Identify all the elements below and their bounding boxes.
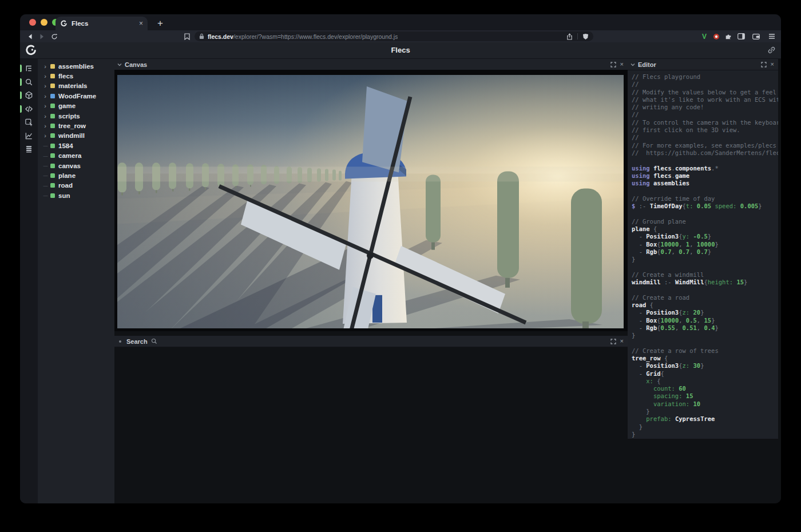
browser-tab[interactable]: Flecs × (55, 17, 148, 30)
tree-item-camera[interactable]: —camera (38, 151, 114, 161)
reload-icon[interactable] (50, 30, 59, 42)
collapsed-indicator-icon[interactable] (119, 340, 121, 343)
active-indicator (20, 92, 22, 99)
leaf-dash-icon: — (42, 153, 48, 158)
tree-item-1584[interactable]: —1584 (38, 141, 114, 150)
leaf-dash-icon: — (42, 173, 48, 178)
tree-item-scripts[interactable]: ›scripts (38, 111, 114, 121)
entity-color-swatch (50, 124, 55, 128)
entity-color-swatch (50, 64, 55, 69)
sidebar-toggle-icon[interactable] (736, 30, 746, 42)
window-close-button[interactable] (29, 19, 36, 26)
extension-v-icon[interactable]: V (700, 30, 709, 42)
bookmark-icon[interactable] (183, 30, 192, 42)
code-area[interactable]: // Flecs playground//// Modify the value… (628, 70, 778, 439)
tree-item-game[interactable]: ›game (38, 101, 114, 111)
editor-panel: Editor × // Flecs playground//// Modify … (628, 59, 778, 439)
chevron-right-icon[interactable]: › (42, 63, 48, 70)
leaf-dash-icon: — (42, 193, 48, 198)
lock-icon (199, 33, 204, 39)
search-icon (151, 338, 157, 344)
canvas-panel-title: Canvas (125, 61, 610, 68)
chevron-right-icon[interactable]: › (42, 122, 48, 129)
chevron-right-icon[interactable]: › (42, 93, 48, 100)
tree-item-label: materials (58, 82, 88, 89)
url-bar[interactable]: flecs.dev/explorer/?wasm=https://www.fle… (195, 31, 593, 41)
editor-panel-header: Editor × (628, 59, 778, 70)
tree-item-materials[interactable]: ›materials (38, 81, 114, 91)
tree-item-windmill[interactable]: ›windmill (38, 131, 114, 141)
expand-icon[interactable] (610, 62, 616, 68)
share-icon[interactable] (566, 33, 573, 40)
tree-item-label: 1584 (58, 142, 73, 149)
chevron-right-icon[interactable]: › (42, 82, 48, 89)
browser-titlebar: Flecs × + (20, 14, 781, 30)
expand-icon[interactable] (610, 339, 616, 344)
search-panel-header: Search × (114, 336, 628, 347)
chevron-right-icon[interactable]: › (42, 102, 48, 109)
tree-item-label: camera (58, 152, 81, 159)
tree-item-label: scripts (58, 113, 80, 120)
tree-item-sun[interactable]: —sun (38, 190, 114, 200)
tool-entity-tree[interactable] (20, 62, 38, 76)
entity-color-swatch (50, 84, 55, 88)
tree-item-label: sun (58, 192, 70, 199)
tree-item-label: plane (58, 172, 76, 179)
extensions-puzzle-icon[interactable] (724, 30, 733, 42)
entity-tree: ›assemblies›flecs›materials›WoodFrame›ga… (38, 59, 114, 503)
wallet-icon[interactable] (751, 30, 760, 42)
chevron-down-icon[interactable] (117, 63, 122, 66)
search-panel: Search × (114, 336, 628, 347)
close-icon[interactable]: × (771, 61, 774, 68)
chevron-right-icon[interactable]: › (42, 132, 48, 139)
close-icon[interactable]: × (620, 338, 624, 344)
browser-window: Flecs × + flecs.dev/explorer/?wasm=https… (20, 14, 781, 503)
tool-scene-3d[interactable] (20, 89, 38, 102)
tree-item-label: assemblies (58, 63, 94, 70)
tree-item-label: flecs (58, 73, 73, 80)
close-icon[interactable]: × (620, 61, 624, 68)
search-panel-title: Search (126, 338, 148, 345)
tree-item-plane[interactable]: —plane (38, 170, 114, 180)
main-area: Canvas × (114, 59, 628, 503)
forward-icon[interactable] (37, 30, 46, 42)
permalink-icon[interactable] (767, 46, 776, 54)
tree-item-flecs[interactable]: ›flecs (38, 71, 114, 81)
browser-toolbar: flecs.dev/explorer/?wasm=https://www.fle… (20, 30, 781, 42)
tree-item-label: road (58, 182, 73, 189)
menu-icon[interactable] (767, 30, 776, 42)
tab-close-icon[interactable]: × (139, 19, 143, 27)
tree-item-tree_row[interactable]: ›tree_row (38, 121, 114, 130)
tool-inspector[interactable] (20, 116, 38, 129)
app-header: Flecs (20, 42, 781, 59)
tree-item-road[interactable]: —road (38, 181, 114, 190)
back-icon[interactable] (26, 30, 35, 42)
canvas-3d-view[interactable] (114, 70, 628, 331)
tool-statistics[interactable] (20, 129, 38, 143)
tree-item-WoodFrame[interactable]: ›WoodFrame (38, 91, 114, 101)
entity-color-swatch (50, 164, 55, 168)
chevron-down-icon[interactable] (631, 63, 635, 66)
tree-item-canvas[interactable]: —canvas (38, 161, 114, 170)
windmill-scene (117, 75, 624, 328)
chevron-right-icon[interactable]: › (42, 113, 48, 120)
brave-shield-icon[interactable] (582, 33, 589, 40)
entity-color-swatch (50, 94, 55, 98)
expand-icon[interactable] (761, 62, 767, 68)
tree-item-assemblies[interactable]: ›assemblies (38, 61, 114, 71)
tool-script-editor[interactable] (20, 102, 38, 116)
tree-item-label: tree_row (58, 122, 86, 129)
flecs-logo (25, 44, 37, 57)
page-title: Flecs (20, 42, 781, 58)
extension-red-icon[interactable] (712, 30, 721, 42)
leaf-dash-icon: — (42, 143, 48, 148)
tool-query-search[interactable] (20, 76, 38, 89)
window-minimize-button[interactable] (41, 19, 47, 26)
new-tab-button[interactable]: + (153, 17, 167, 30)
canvas-panel-header: Canvas × (114, 59, 628, 70)
flecs-favicon (60, 20, 68, 27)
tool-logs[interactable] (20, 142, 38, 156)
editor-panel-title: Editor (638, 61, 761, 68)
active-indicator (20, 78, 22, 86)
chevron-right-icon[interactable]: › (42, 73, 48, 80)
